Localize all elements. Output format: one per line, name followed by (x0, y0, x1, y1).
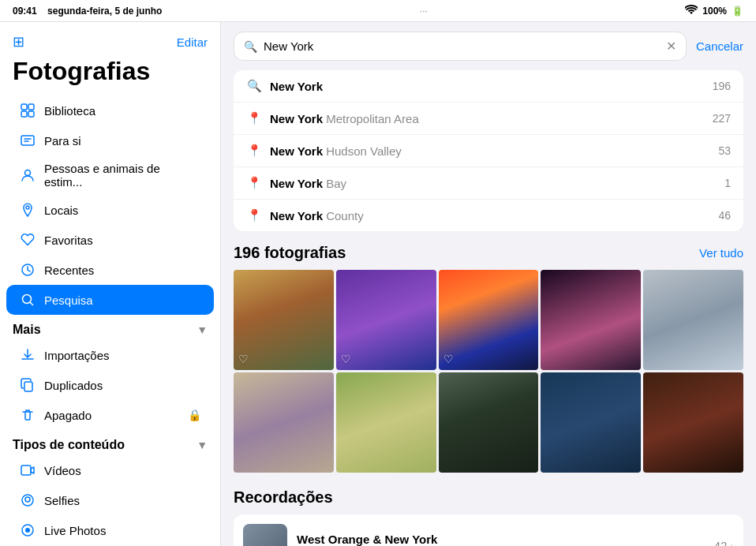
sidebar-item-duplicates-label: Duplicados (44, 379, 103, 392)
suggestion-dim-2: Hudson Valley (326, 144, 402, 158)
suggestion-count-0: 196 (713, 80, 731, 92)
deleted-icon (19, 406, 36, 424)
photo-cell-6[interactable] (234, 372, 334, 473)
memory-card-1[interactable]: West Orange & New York 14/07/2022 42 › (234, 514, 743, 546)
suggestion-count-1: 227 (713, 112, 731, 125)
recents-icon (19, 261, 36, 279)
sidebar-item-people[interactable]: Pessoas e animais de estim... (6, 155, 214, 195)
photo-cell-7[interactable] (336, 372, 436, 473)
svg-point-11 (22, 495, 33, 506)
status-time-date: 09:41 segunda-feira, 5 de junho (13, 6, 162, 17)
sidebar-item-duplicates[interactable]: Duplicados (6, 370, 214, 400)
status-dots: ··· (420, 6, 428, 17)
suggestion-place-icon-1: 📍 (246, 111, 262, 125)
sidebar-item-deleted[interactable]: Apagado 🔒 (6, 400, 214, 430)
suggestion-item-4[interactable]: 📍 New York County 46 (234, 200, 743, 231)
svg-point-6 (26, 206, 29, 209)
sidebar-item-library[interactable]: Biblioteca (6, 95, 214, 125)
sidebar-item-imports[interactable]: Importações (6, 340, 214, 370)
status-time: 09:41 (13, 6, 37, 17)
photo-cell-10[interactable] (643, 372, 743, 473)
sidebar-item-recents-label: Recentes (44, 264, 94, 277)
photo-cell-8[interactable] (439, 372, 539, 473)
wifi-icon (685, 5, 698, 17)
memory-chevron-icon-1: › (730, 540, 734, 546)
sidebar-toggle-button[interactable]: ⊞ (13, 33, 24, 50)
sidebar-item-search[interactable]: Pesquisa (6, 285, 214, 315)
battery-text: 100% (702, 6, 727, 17)
battery-icon: 🔋 (732, 6, 743, 17)
status-date: segunda-feira, 5 de junho (47, 6, 162, 17)
suggestion-dim-4: County (326, 209, 364, 223)
suggestion-count-4: 46 (718, 209, 731, 222)
imports-icon (19, 346, 36, 364)
sidebar-item-favorites[interactable]: Favoritas (6, 225, 214, 255)
suggestion-bold-2: New York (270, 144, 323, 158)
photo-cell-1[interactable]: ♡ (234, 270, 334, 370)
suggestion-bold-3: New York (270, 177, 323, 190)
sidebar-edit-button[interactable]: Editar (177, 36, 208, 49)
sidebar-header: ⊞ Editar (0, 28, 220, 54)
sidebar-more-label: Mais (13, 323, 41, 337)
photos-count-title: 196 fotografias (234, 244, 346, 262)
memory-info-1: West Orange & New York 14/07/2022 (297, 533, 705, 546)
search-nav-icon (19, 291, 36, 309)
search-icon: 🔍 (244, 40, 257, 53)
svg-rect-2 (21, 111, 27, 117)
suggestion-item-1[interactable]: 📍 New York Metropolitan Area 227 (234, 103, 743, 135)
svg-rect-10 (21, 466, 31, 475)
sidebar-content-types-header: Tipos de conteúdo ▼ (0, 430, 220, 455)
search-cancel-button[interactable]: Cancelar (696, 39, 743, 53)
content-types-chevron-icon: ▼ (196, 439, 208, 451)
sidebar-item-imports-label: Importações (44, 349, 110, 362)
memory-count-value-1: 42 (714, 539, 728, 546)
suggestion-text-0: New York (270, 80, 705, 93)
photo-grid: ♡ ♡ ♡ (234, 270, 743, 473)
sidebar-item-places[interactable]: Locais (6, 195, 214, 225)
suggestion-item-0[interactable]: 🔍 New York 196 (234, 70, 743, 103)
sidebar-item-for-you-label: Para si (44, 134, 81, 148)
right-panel: 🔍 New York ✕ Cancelar 🔍 New York 196 📍 (221, 22, 756, 546)
search-query-text[interactable]: New York (264, 39, 660, 53)
suggestion-search-icon-0: 🔍 (246, 79, 262, 93)
suggestion-item-3[interactable]: 📍 New York Bay 1 (234, 167, 743, 200)
sidebar-item-selfies[interactable]: Selfies (6, 485, 214, 515)
photo-heart-1: ♡ (238, 353, 249, 365)
suggestion-text-1: New York Metropolitan Area (270, 112, 705, 125)
see-all-button[interactable]: Ver tudo (699, 246, 743, 260)
suggestion-text-2: New York Hudson Valley (270, 144, 710, 158)
suggestion-text-3: New York Bay (270, 177, 717, 190)
suggestion-item-2[interactable]: 📍 New York Hudson Valley 53 (234, 135, 743, 167)
photo-cell-3[interactable]: ♡ (439, 270, 539, 370)
svg-point-5 (25, 170, 31, 176)
photo-cell-5[interactable] (643, 270, 743, 370)
photo-cell-9[interactable] (541, 372, 641, 473)
suggestion-count-3: 1 (724, 177, 731, 189)
photo-heart-2: ♡ (341, 353, 351, 365)
for-you-icon (19, 132, 36, 149)
selfies-icon (19, 492, 36, 509)
svg-rect-3 (28, 111, 34, 117)
search-results-panel: 🔍 New York 196 📍 New York Metropolitan A… (221, 70, 756, 546)
photo-cell-4[interactable] (541, 270, 641, 370)
svg-rect-9 (24, 382, 32, 391)
memory-title-1: West Orange & New York (297, 533, 705, 546)
library-icon (19, 102, 36, 119)
sidebar-item-videos-label: Vídeos (44, 464, 81, 477)
photos-section-header: 196 fotografias Ver tudo (234, 244, 743, 262)
suggestion-bold-0: New York (270, 80, 323, 93)
search-bar: 🔍 New York ✕ (234, 32, 687, 61)
main-layout: ⊞ Editar Fotografias Biblioteca Para si (0, 22, 756, 546)
sidebar-item-videos[interactable]: Vídeos (6, 455, 214, 485)
content-types-label: Tipos de conteúdo (13, 438, 125, 452)
search-clear-button[interactable]: ✕ (666, 39, 676, 54)
sidebar-item-search-label: Pesquisa (44, 294, 93, 307)
sidebar-title: Fotografias (0, 54, 220, 95)
sidebar-item-recents[interactable]: Recentes (6, 255, 214, 285)
photo-cell-2[interactable]: ♡ (336, 270, 436, 370)
sidebar-item-live-photos[interactable]: Live Photos (6, 515, 214, 545)
lock-icon: 🔒 (188, 409, 201, 421)
sidebar-item-selfies-label: Selfies (44, 494, 80, 507)
sidebar-item-favorites-label: Favoritas (44, 234, 93, 247)
sidebar-item-for-you[interactable]: Para si (6, 125, 214, 155)
